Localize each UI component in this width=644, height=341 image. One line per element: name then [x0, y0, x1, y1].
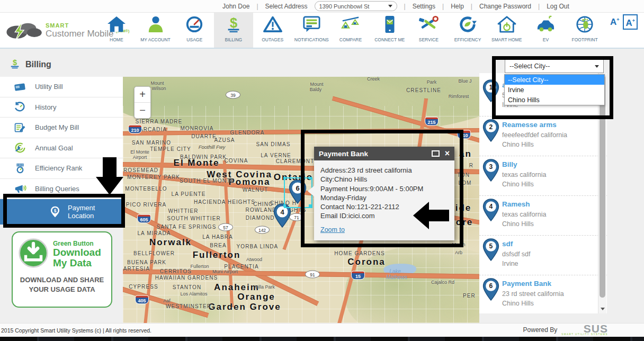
nav-item-label: COMPARE: [339, 37, 362, 42]
help-link[interactable]: Help: [451, 3, 464, 10]
map-label: an: [459, 149, 472, 159]
map-label: LA PUENTE: [172, 191, 206, 197]
sidebar-item-payment-location[interactable]: $Payment Location: [0, 199, 123, 225]
nav-item-smart-home[interactable]: SMART HOME: [487, 13, 526, 48]
list-scrollbar[interactable]: [598, 73, 606, 313]
zoom-to-link[interactable]: Zoom to: [320, 226, 345, 235]
copyright-text: 2015 Copyright Smart Utility Systems (c)…: [1, 327, 151, 334]
settings-link[interactable]: Settings: [413, 3, 435, 10]
font-increase-button[interactable]: A+: [610, 14, 620, 28]
separator: |: [442, 3, 444, 10]
city-option-select-city[interactable]: --Select City--: [505, 75, 604, 85]
map-label: PICO RIVERA: [126, 202, 167, 208]
map-label: SANTA FE SPRINGS: [157, 224, 217, 230]
location-name[interactable]: Ramesh: [502, 200, 530, 208]
map-label: Cajalco Rd: [431, 280, 454, 285]
scrollbar-thumb[interactable]: [600, 75, 605, 298]
nav-item-usage[interactable]: USAGE: [175, 13, 214, 48]
popup-header[interactable]: Payment Bank ×: [314, 147, 454, 160]
location-list-item[interactable]: 3Billytexas californiaChino Hills: [479, 156, 607, 196]
popup-body: Address:23 rd street californiaCity:Chin…: [314, 160, 454, 240]
map-label: Anaheim: [214, 282, 260, 293]
map-label: Lake: [389, 268, 401, 274]
my-account-icon: [146, 15, 166, 35]
location-name[interactable]: Payment Bank: [502, 280, 551, 288]
city-option-chino-hills[interactable]: Chino Hills: [505, 95, 604, 105]
footer: 2015 Copyright Smart Utility Systems (c)…: [0, 323, 644, 337]
efficiency-rank-icon: [14, 163, 26, 174]
nav-item-my-account[interactable]: MY ACCOUNT: [136, 13, 175, 48]
sidebar-item-label: Utility Bill: [35, 83, 63, 91]
maximize-icon[interactable]: [432, 150, 440, 157]
popup-detail-line: Payment Hours:9:00AM - 5:00PM: [320, 184, 448, 193]
location-name[interactable]: sdf: [502, 240, 513, 248]
payment-bank-popup: Payment Bank × Address:23 rd street cali…: [314, 147, 454, 240]
download-caption-1: DOWNLOAD AND SHARE: [13, 275, 111, 285]
nav-item-label: HOME: [110, 37, 123, 42]
utility-bill-icon: [14, 81, 26, 93]
map-label: Mount: [310, 82, 323, 87]
location-address: dsfsdf sdf: [502, 250, 531, 258]
nav-item-label: EV: [543, 37, 549, 42]
address-dropdown[interactable]: 1390 Punchbowl St: [315, 1, 397, 11]
location-list-item[interactable]: 4Rameshtexas californiaChino Hills: [479, 196, 607, 236]
billing-icon: $: [223, 15, 244, 35]
svg-text:$: $: [230, 15, 237, 30]
interstate-shield-icon: 15: [351, 271, 365, 280]
sidebar-item-efficiency-rank[interactable]: Efficiency Rank: [0, 158, 123, 179]
location-pin-5: 5: [482, 238, 499, 263]
nav-item-notifications[interactable]: NOTIFICATIONS: [292, 13, 331, 48]
nav-item-home[interactable]: HOME: [97, 13, 136, 48]
map-label: SIERRA MADRE: [136, 119, 183, 124]
location-list-item[interactable]: 6Payment Bank23 rd street californiaChin…: [479, 275, 607, 315]
location-address: texas california: [502, 211, 546, 218]
scrollbar-down-button[interactable]: [598, 305, 606, 313]
close-icon[interactable]: ×: [445, 149, 450, 158]
location-list-item[interactable]: 5sdfdsfsdf sdfIrvine: [479, 236, 607, 275]
nav-item-ev[interactable]: EV: [526, 13, 566, 48]
location-pin-6: 6: [482, 278, 499, 303]
map-label: LA VERNE: [261, 152, 291, 158]
map-label: AZUSA: [214, 137, 235, 143]
budget-my-bill-icon: [14, 122, 26, 133]
nav-item-service[interactable]: SERVICE: [409, 13, 449, 48]
sidebar-item-history[interactable]: History: [0, 97, 123, 118]
zoom-out-button[interactable]: −: [135, 103, 150, 118]
nav-item-connect-me[interactable]: CONNECT ME: [370, 13, 409, 48]
svg-text:1: 1: [489, 84, 493, 91]
city-select-dropdown[interactable]: --Select City--: [505, 59, 604, 73]
nav-item-label: EFFICIENCY: [454, 37, 481, 42]
nav-item-label: BILLING: [225, 37, 243, 42]
map-label: SOUTH EL MONTE: [180, 178, 235, 184]
zoom-in-button[interactable]: +: [135, 87, 150, 103]
interstate-shield-icon: 405: [135, 295, 149, 304]
sidebar-item-budget-my-bill[interactable]: Budget My Bill: [0, 118, 123, 138]
interstate-shield-icon: 215: [425, 117, 439, 126]
font-increase-button-boxed[interactable]: A+: [623, 14, 638, 30]
nav-item-efficiency[interactable]: EFFICIENCY: [448, 13, 487, 48]
map-label: Mathews: [386, 274, 407, 280]
location-name[interactable]: Billy: [502, 160, 517, 168]
nav-item-label: SMART HOME: [491, 37, 522, 42]
location-pin-3: 3: [482, 159, 499, 184]
location-list-item[interactable]: 2Reamesse armsfeeefeedfdef californiaChi…: [479, 116, 607, 156]
map-label: Norwalk: [149, 237, 192, 248]
sidebar-item-billing-queries[interactable]: Billing Queries: [0, 179, 123, 200]
green-button-download-card[interactable]: Green Button Download My Data DOWNLOAD A…: [12, 231, 112, 308]
logout-link[interactable]: Log Out: [547, 3, 569, 10]
nav-item-outages[interactable]: OUTAGES: [253, 13, 292, 48]
map-label: HACIENDA HEIGHTS: [194, 199, 255, 205]
city-option-irvine[interactable]: Irvine: [505, 85, 604, 95]
sidebar-item-annual-goal[interactable]: Annual Goal: [0, 138, 123, 159]
sidebar: Utility BillHistoryBudget My BillAnnual …: [0, 77, 123, 225]
map-label: Corona: [347, 257, 386, 267]
location-name[interactable]: Reamesse arms: [502, 121, 557, 129]
nav-item-billing[interactable]: $BILLING: [214, 13, 253, 48]
sidebar-item-utility-bill[interactable]: Utility Bill: [0, 77, 123, 97]
location-city: Chino Hills: [502, 141, 534, 148]
nav-item-compare[interactable]: COMPARE: [331, 13, 370, 48]
change-password-link[interactable]: Change Password: [479, 3, 531, 10]
user-name[interactable]: John Doe: [222, 3, 249, 10]
nav-item-footprint[interactable]: FOOTPRINT: [565, 13, 604, 48]
sidebar-item-label: Budget My Bill: [35, 123, 79, 131]
